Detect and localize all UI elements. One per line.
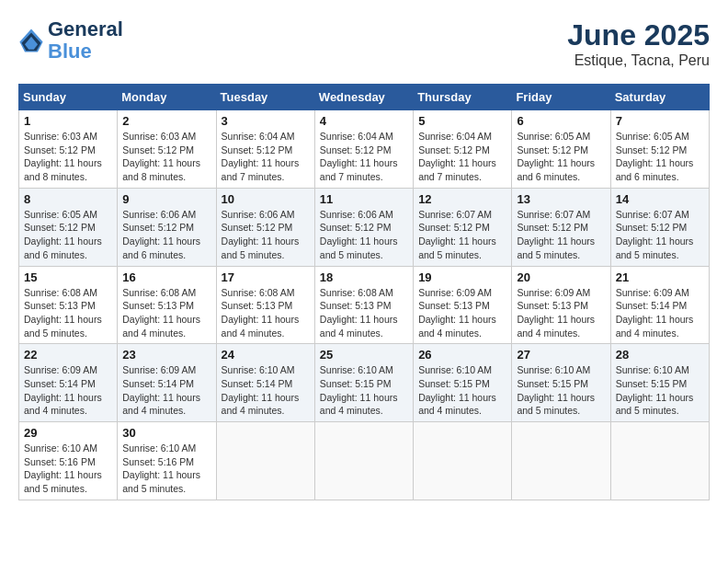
day-info: Sunrise: 6:07 AM Sunset: 5:12 PM Dayligh… [616, 208, 704, 262]
day-header-saturday: Saturday [610, 85, 709, 110]
day-info: Sunrise: 6:09 AM Sunset: 5:13 PM Dayligh… [517, 286, 605, 340]
calendar-cell: 27Sunrise: 6:10 AM Sunset: 5:15 PM Dayli… [512, 344, 610, 422]
calendar-cell: 23Sunrise: 6:09 AM Sunset: 5:14 PM Dayli… [118, 344, 216, 422]
day-info: Sunrise: 6:05 AM Sunset: 5:12 PM Dayligh… [517, 130, 605, 184]
day-number: 10 [222, 192, 310, 206]
day-info: Sunrise: 6:07 AM Sunset: 5:12 PM Dayligh… [517, 208, 605, 262]
day-number: 12 [418, 192, 506, 206]
day-info: Sunrise: 6:09 AM Sunset: 5:14 PM Dayligh… [616, 286, 704, 340]
logo-line2: Blue [48, 40, 92, 63]
calendar-week-2: 8Sunrise: 6:05 AM Sunset: 5:12 PM Daylig… [19, 188, 710, 266]
day-info: Sunrise: 6:10 AM Sunset: 5:15 PM Dayligh… [418, 363, 506, 418]
calendar-cell: 10Sunrise: 6:06 AM Sunset: 5:12 PM Dayli… [216, 188, 314, 266]
calendar-cell: 8Sunrise: 6:05 AM Sunset: 5:12 PM Daylig… [19, 188, 118, 266]
day-number: 5 [418, 114, 506, 128]
calendar-cell [512, 422, 610, 500]
calendar-cell: 3Sunrise: 6:04 AM Sunset: 5:12 PM Daylig… [216, 110, 314, 189]
calendar-cell: 22Sunrise: 6:09 AM Sunset: 5:14 PM Dayli… [19, 344, 118, 422]
calendar-cell: 13Sunrise: 6:07 AM Sunset: 5:12 PM Dayli… [512, 188, 610, 266]
day-number: 25 [320, 348, 408, 362]
day-number: 17 [222, 270, 310, 284]
day-info: Sunrise: 6:08 AM Sunset: 5:13 PM Dayligh… [24, 286, 112, 340]
month-title: June 2025 [567, 18, 710, 52]
day-info: Sunrise: 6:08 AM Sunset: 5:13 PM Dayligh… [222, 286, 310, 340]
calendar-table: SundayMondayTuesdayWednesdayThursdayFrid… [18, 84, 710, 500]
day-number: 27 [517, 348, 605, 362]
calendar-cell: 11Sunrise: 6:06 AM Sunset: 5:12 PM Dayli… [314, 188, 413, 266]
day-number: 23 [122, 348, 210, 362]
day-number: 20 [517, 270, 605, 284]
day-info: Sunrise: 6:04 AM Sunset: 5:12 PM Dayligh… [418, 130, 506, 184]
day-number: 13 [517, 192, 605, 206]
day-number: 29 [24, 426, 112, 440]
calendar-cell: 26Sunrise: 6:10 AM Sunset: 5:15 PM Dayli… [414, 344, 512, 422]
day-info: Sunrise: 6:06 AM Sunset: 5:12 PM Dayligh… [222, 208, 310, 262]
day-info: Sunrise: 6:06 AM Sunset: 5:12 PM Dayligh… [122, 208, 210, 262]
day-number: 8 [24, 192, 112, 206]
calendar-cell: 2Sunrise: 6:03 AM Sunset: 5:12 PM Daylig… [118, 110, 216, 189]
day-info: Sunrise: 6:10 AM Sunset: 5:14 PM Dayligh… [222, 363, 310, 418]
day-info: Sunrise: 6:09 AM Sunset: 5:14 PM Dayligh… [122, 363, 210, 418]
calendar-cell: 4Sunrise: 6:04 AM Sunset: 5:12 PM Daylig… [314, 110, 413, 189]
day-info: Sunrise: 6:03 AM Sunset: 5:12 PM Dayligh… [24, 130, 112, 184]
calendar-cell [610, 422, 709, 500]
day-number: 4 [320, 114, 408, 128]
calendar-week-1: 1Sunrise: 6:03 AM Sunset: 5:12 PM Daylig… [19, 110, 710, 189]
calendar-cell: 6Sunrise: 6:05 AM Sunset: 5:12 PM Daylig… [512, 110, 610, 189]
day-number: 22 [24, 348, 112, 362]
day-info: Sunrise: 6:10 AM Sunset: 5:15 PM Dayligh… [616, 363, 704, 418]
day-info: Sunrise: 6:09 AM Sunset: 5:13 PM Dayligh… [418, 286, 506, 340]
day-info: Sunrise: 6:07 AM Sunset: 5:12 PM Dayligh… [418, 208, 506, 262]
calendar-cell: 30Sunrise: 6:10 AM Sunset: 5:16 PM Dayli… [118, 422, 216, 500]
day-number: 19 [418, 270, 506, 284]
day-number: 26 [418, 348, 506, 362]
calendar-cell [216, 422, 314, 500]
logo-line1: General [48, 18, 123, 40]
day-number: 6 [517, 114, 605, 128]
day-number: 9 [122, 192, 210, 206]
day-info: Sunrise: 6:10 AM Sunset: 5:16 PM Dayligh… [24, 442, 112, 496]
calendar-week-3: 15Sunrise: 6:08 AM Sunset: 5:13 PM Dayli… [19, 266, 710, 344]
calendar-cell [414, 422, 512, 500]
logo-icon [18, 28, 44, 53]
day-header-tuesday: Tuesday [216, 85, 314, 110]
day-number: 30 [122, 426, 210, 440]
day-info: Sunrise: 6:10 AM Sunset: 5:16 PM Dayligh… [122, 442, 210, 496]
day-number: 7 [616, 114, 704, 128]
day-header-thursday: Thursday [414, 85, 512, 110]
day-number: 2 [122, 114, 210, 128]
calendar-cell: 17Sunrise: 6:08 AM Sunset: 5:13 PM Dayli… [216, 266, 314, 344]
day-info: Sunrise: 6:09 AM Sunset: 5:14 PM Dayligh… [24, 363, 112, 418]
day-info: Sunrise: 6:08 AM Sunset: 5:13 PM Dayligh… [122, 286, 210, 340]
day-number: 15 [24, 270, 112, 284]
title-block: June 2025 Estique, Tacna, Peru [567, 18, 710, 69]
calendar-cell: 18Sunrise: 6:08 AM Sunset: 5:13 PM Dayli… [314, 266, 413, 344]
calendar-cell: 29Sunrise: 6:10 AM Sunset: 5:16 PM Dayli… [19, 422, 118, 500]
calendar-cell: 15Sunrise: 6:08 AM Sunset: 5:13 PM Dayli… [19, 266, 118, 344]
day-number: 11 [320, 192, 408, 206]
day-info: Sunrise: 6:10 AM Sunset: 5:15 PM Dayligh… [320, 363, 408, 418]
calendar-cell: 24Sunrise: 6:10 AM Sunset: 5:14 PM Dayli… [216, 344, 314, 422]
calendar-cell: 14Sunrise: 6:07 AM Sunset: 5:12 PM Dayli… [610, 188, 709, 266]
calendar-cell: 21Sunrise: 6:09 AM Sunset: 5:14 PM Dayli… [610, 266, 709, 344]
calendar-cell: 19Sunrise: 6:09 AM Sunset: 5:13 PM Dayli… [414, 266, 512, 344]
day-number: 28 [616, 348, 704, 362]
day-info: Sunrise: 6:06 AM Sunset: 5:12 PM Dayligh… [320, 208, 408, 262]
day-number: 18 [320, 270, 408, 284]
calendar-week-5: 29Sunrise: 6:10 AM Sunset: 5:16 PM Dayli… [19, 422, 710, 500]
calendar-cell: 5Sunrise: 6:04 AM Sunset: 5:12 PM Daylig… [414, 110, 512, 189]
calendar-cell: 12Sunrise: 6:07 AM Sunset: 5:12 PM Dayli… [414, 188, 512, 266]
calendar-header-row: SundayMondayTuesdayWednesdayThursdayFrid… [19, 85, 710, 110]
calendar-cell: 20Sunrise: 6:09 AM Sunset: 5:13 PM Dayli… [512, 266, 610, 344]
day-header-friday: Friday [512, 85, 610, 110]
day-info: Sunrise: 6:08 AM Sunset: 5:13 PM Dayligh… [320, 286, 408, 340]
day-header-monday: Monday [118, 85, 216, 110]
calendar-cell: 7Sunrise: 6:05 AM Sunset: 5:12 PM Daylig… [610, 110, 709, 189]
calendar-cell [314, 422, 413, 500]
day-number: 21 [616, 270, 704, 284]
day-info: Sunrise: 6:05 AM Sunset: 5:12 PM Dayligh… [24, 208, 112, 262]
location-subtitle: Estique, Tacna, Peru [567, 52, 710, 69]
day-number: 3 [222, 114, 310, 128]
day-header-wednesday: Wednesday [314, 85, 413, 110]
day-info: Sunrise: 6:10 AM Sunset: 5:15 PM Dayligh… [517, 363, 605, 418]
